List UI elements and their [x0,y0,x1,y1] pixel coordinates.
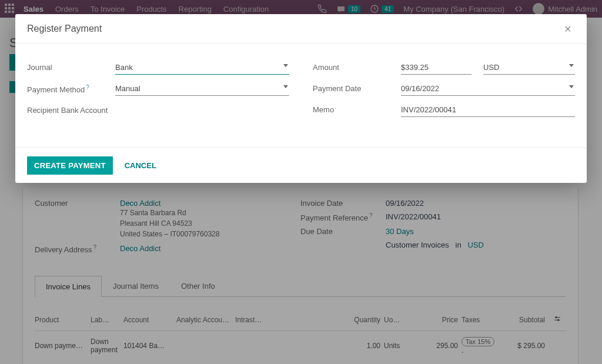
payment-method-field[interactable] [115,82,289,96]
modal-body: Journal Payment Method? Recipient Bank A… [15,44,587,148]
recipient-bank-label: Recipient Bank Account [27,103,115,116]
chevron-down-icon[interactable] [283,85,288,88]
close-icon[interactable]: × [564,24,575,34]
create-payment-button[interactable]: CREATE PAYMENT [27,156,113,175]
help-icon[interactable]: ? [86,84,89,91]
journal-field[interactable] [115,61,289,75]
register-payment-modal: Register Payment × Journal Payment Metho… [15,14,587,183]
payment-date-field[interactable] [401,82,575,96]
payment-date-input[interactable] [401,82,575,95]
chevron-down-icon[interactable] [569,64,574,67]
amount-input[interactable] [401,61,471,74]
amount-label: Amount [313,61,401,72]
memo-label: Memo [313,103,401,114]
modal-header: Register Payment × [15,14,587,44]
payment-date-label: Payment Date [313,82,401,93]
modal-footer: CREATE PAYMENT CANCEL [15,148,587,183]
chevron-down-icon[interactable] [283,64,288,67]
payment-method-input[interactable] [115,82,289,95]
currency-input[interactable] [483,61,575,74]
currency-field[interactable] [483,61,575,75]
amount-field[interactable] [401,61,471,75]
modal-title: Register Payment [27,24,102,34]
chevron-down-icon[interactable] [569,85,574,88]
journal-input[interactable] [115,61,289,74]
memo-input[interactable] [401,103,575,116]
cancel-button[interactable]: CANCEL [125,161,156,170]
payment-method-label: Payment Method? [27,82,115,94]
memo-field[interactable] [401,103,575,117]
journal-label: Journal [27,61,115,72]
